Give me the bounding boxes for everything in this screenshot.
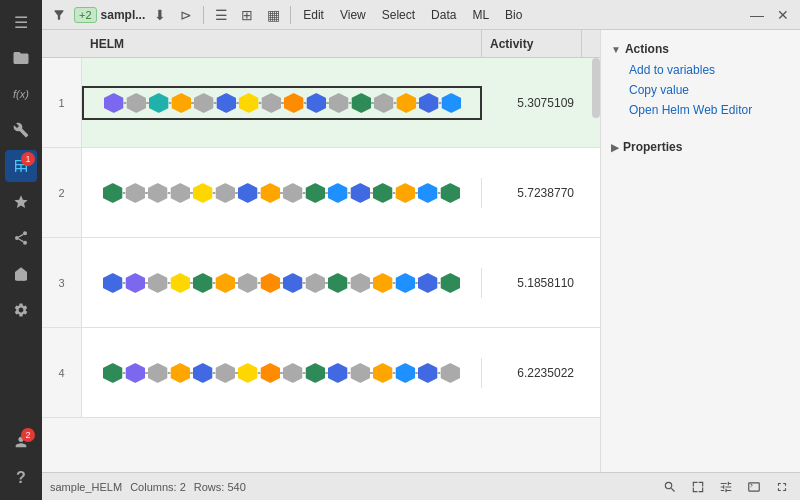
hex-conn	[168, 372, 171, 374]
close-btn[interactable]: ✕	[772, 4, 794, 26]
search-icon[interactable]	[660, 477, 680, 497]
sep1	[203, 6, 204, 24]
settings-icon[interactable]	[716, 477, 736, 497]
hex: 1	[103, 363, 123, 383]
hex: 10	[305, 273, 325, 293]
data-menu[interactable]: Data	[425, 6, 462, 24]
main-content: +2 sampl... ⬇ ⊳ ☰ ⊞ ▦ Edit View Select D…	[42, 0, 800, 500]
edit-menu[interactable]: Edit	[297, 6, 330, 24]
right-panel: ▼ Actions Add to variables Copy value Op…	[600, 30, 800, 472]
hex-conn	[190, 192, 193, 194]
hex-conn	[123, 192, 126, 194]
table-row[interactable]: 3 1 2 3 4 5 6	[42, 238, 600, 328]
menu-icon[interactable]: ☰	[5, 6, 37, 38]
hex-conn	[235, 192, 238, 194]
settings-icon[interactable]	[5, 294, 37, 326]
hex-conn	[123, 282, 126, 284]
hex-conn	[438, 192, 441, 194]
hex-conn	[258, 372, 261, 374]
star-icon[interactable]	[5, 186, 37, 218]
hex-conn	[393, 282, 396, 284]
user-icon[interactable]: 2	[5, 426, 37, 458]
hex: 11	[328, 363, 348, 383]
properties-header[interactable]: ▶ Properties	[611, 136, 790, 158]
actions-label: Actions	[625, 42, 669, 56]
share-icon[interactable]	[5, 222, 37, 254]
table-row[interactable]: 1 1 2 3 4 5 6	[42, 58, 600, 148]
hex-conn	[280, 282, 283, 284]
dataset-name: sample_HELM	[50, 481, 122, 493]
expand-icon[interactable]: ⊳	[175, 4, 197, 26]
helm-chain-2: 1 2 3 4 5 6 7	[103, 183, 460, 203]
hex: 11	[328, 273, 348, 293]
chart-icon[interactable]: ▦	[262, 4, 284, 26]
col-header-helm: HELM	[82, 30, 482, 57]
table-row[interactable]: 4 1 2 3 4 5 6	[42, 328, 600, 418]
scrollbar[interactable]	[592, 58, 600, 118]
svg-point-1	[15, 236, 19, 240]
toolbar: +2 sampl... ⬇ ⊳ ☰ ⊞ ▦ Edit View Select D…	[42, 0, 800, 30]
hex: 2	[126, 93, 146, 113]
svg-point-0	[23, 231, 27, 235]
ml-menu[interactable]: ML	[466, 6, 495, 24]
hex: 10	[305, 363, 325, 383]
bio-menu[interactable]: Bio	[499, 6, 528, 24]
rows-count: Rows: 540	[194, 481, 246, 493]
hex-conn	[213, 282, 216, 284]
filter-icon[interactable]	[48, 4, 70, 26]
hex-conn	[190, 282, 193, 284]
hex: 9	[283, 183, 303, 203]
view-menu[interactable]: View	[334, 6, 372, 24]
hex-conn	[303, 192, 306, 194]
folder-icon[interactable]	[5, 42, 37, 74]
cell-helm-4[interactable]: 1 2 3 4 5 6 7	[82, 358, 482, 388]
terminal-icon[interactable]	[744, 477, 764, 497]
hex: 3	[148, 273, 168, 293]
function-icon[interactable]: f(x)	[5, 78, 37, 110]
cell-helm-3[interactable]: 1 2 3 4 5 6 7	[82, 268, 482, 298]
wrench-icon[interactable]	[5, 114, 37, 146]
chevron-down-icon: ▼	[611, 44, 621, 55]
hex-conn	[370, 192, 373, 194]
download-icon[interactable]: ⬇	[149, 4, 171, 26]
open-helm-editor-btn[interactable]: Open Helm Web Editor	[611, 100, 790, 120]
helm-chain-4: 1 2 3 4 5 6 7	[103, 363, 460, 383]
copy-value-btn[interactable]: Copy value	[611, 80, 790, 100]
hex-conn	[415, 372, 418, 374]
hex: 15	[418, 363, 438, 383]
expand-panel-icon[interactable]	[688, 477, 708, 497]
cell-activity-3: 5.1858110	[482, 276, 582, 290]
hex: 16	[440, 183, 460, 203]
table-row[interactable]: 2 1 2 3 4 5 6	[42, 148, 600, 238]
collapse-btn[interactable]: —	[746, 4, 768, 26]
cell-helm-2[interactable]: 1 2 3 4 5 6 7	[82, 178, 482, 208]
hex: 7	[238, 183, 258, 203]
hex-conn	[280, 192, 283, 194]
list-icon[interactable]: ☰	[210, 4, 232, 26]
select-menu[interactable]: Select	[376, 6, 421, 24]
hex-conn	[325, 282, 328, 284]
cell-activity-1: 5.3075109	[482, 96, 582, 110]
hex-conn	[168, 282, 171, 284]
hex-conn	[438, 282, 441, 284]
hex-conn	[145, 372, 148, 374]
hex-conn	[235, 372, 238, 374]
hex: 13	[373, 93, 393, 113]
actions-header[interactable]: ▼ Actions	[611, 38, 790, 60]
layers-icon[interactable]	[5, 258, 37, 290]
cell-helm-1[interactable]: 1 2 3 4 5 6 7	[82, 86, 482, 120]
table-icon[interactable]: 1	[5, 150, 37, 182]
hex: 4	[170, 363, 190, 383]
hex-conn	[303, 372, 306, 374]
hex: 9	[283, 363, 303, 383]
hex-conn	[235, 282, 238, 284]
hex: 16	[440, 363, 460, 383]
help-icon[interactable]: ?	[5, 462, 37, 494]
hex-conn	[258, 282, 261, 284]
hex: 14	[395, 183, 415, 203]
actions-section: ▼ Actions Add to variables Copy value Op…	[601, 30, 800, 128]
add-to-variables-btn[interactable]: Add to variables	[611, 60, 790, 80]
hex: 16	[440, 273, 460, 293]
fullscreen-icon[interactable]	[772, 477, 792, 497]
grid-icon[interactable]: ⊞	[236, 4, 258, 26]
